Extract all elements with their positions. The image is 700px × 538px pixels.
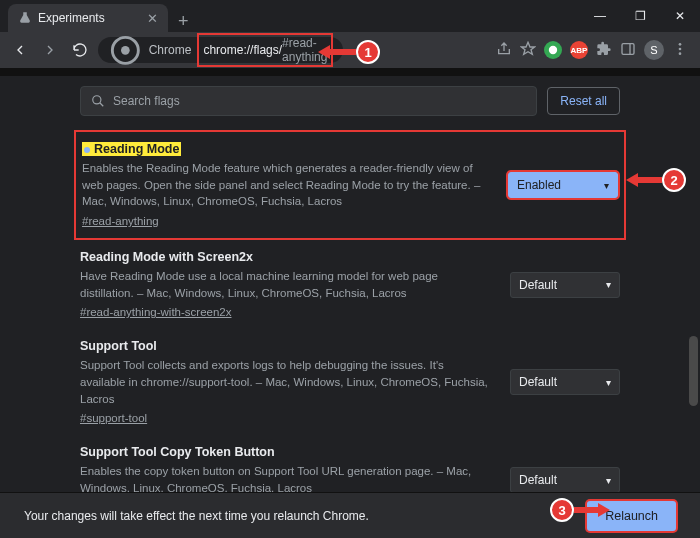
flag-anchor-link[interactable]: #support-tool [80,412,147,424]
tab-title: Experiments [38,11,105,25]
flag-description: Enables the Reading Mode feature which g… [82,160,486,210]
search-placeholder: Search flags [113,94,180,108]
chevron-down-icon: ▾ [606,377,611,388]
chevron-down-icon: ▾ [604,180,609,191]
flag-dropdown-default[interactable]: Default ▾ [510,467,620,493]
svg-point-6 [679,47,682,50]
relaunch-bar: Your changes will take effect the next t… [0,492,700,538]
flag-description: Have Reading Mode use a local machine le… [80,268,488,301]
search-row: Search flags Reset all [0,76,700,126]
flag-dropdown-default[interactable]: Default ▾ [510,272,620,298]
flag-title: Reading Mode [82,142,181,156]
svg-point-5 [679,43,682,46]
side-panel-icon[interactable] [620,41,636,60]
dropdown-value: Default [519,473,557,487]
chrome-icon [108,33,143,68]
close-window-button[interactable]: ✕ [660,0,700,32]
chevron-down-icon: ▾ [606,279,611,290]
flag-anchor-link[interactable]: #read-anything-with-screen2x [80,306,232,318]
profile-avatar[interactable]: S [644,40,664,60]
bookmark-star-icon[interactable] [520,41,536,60]
new-tab-button[interactable]: + [168,11,199,32]
close-tab-icon[interactable]: ✕ [147,11,158,26]
flag-support-tool: Support Tool Support Tool collects and e… [74,329,626,435]
maximize-button[interactable]: ❐ [620,0,660,32]
svg-point-2 [549,46,557,54]
toolbar-divider [0,68,700,76]
scrollbar-thumb[interactable] [689,336,698,406]
forward-button[interactable] [38,38,62,62]
minimize-button[interactable]: — [580,0,620,32]
flask-icon [18,11,32,25]
dropdown-value: Default [519,278,557,292]
browser-tab[interactable]: Experiments ✕ [8,4,168,32]
reload-button[interactable] [68,38,92,62]
extension-abp-icon[interactable]: ABP [570,41,588,59]
flag-dropdown-default[interactable]: Default ▾ [510,369,620,395]
window-controls: — ❐ ✕ [580,0,700,32]
svg-line-9 [100,103,104,107]
chrome-scheme-label: Chrome [149,43,192,57]
flag-title: Support Tool [80,339,488,353]
search-icon [91,94,105,108]
chevron-down-icon: ▾ [606,475,611,486]
flag-anchor-link[interactable]: #read-anything [82,215,159,227]
svg-point-8 [93,96,101,104]
extension-green-icon[interactable] [544,41,562,59]
url-fragment: #read-anything [282,36,327,64]
reset-all-button[interactable]: Reset all [547,87,620,115]
address-bar[interactable]: Chrome chrome://flags/#read-anything [98,37,343,63]
flags-page: Search flags Reset all Reading Mode Enab… [0,76,700,538]
url-highlight-box: chrome://flags/#read-anything [197,33,333,67]
svg-rect-3 [622,43,634,54]
svg-point-1 [121,46,130,55]
flag-title: Reading Mode with Screen2x [80,250,488,264]
svg-point-7 [679,52,682,55]
extensions-puzzle-icon[interactable] [596,41,612,60]
dropdown-value: Default [519,375,557,389]
dropdown-value: Enabled [517,178,561,192]
titlebar: Experiments ✕ + — ❐ ✕ [0,0,700,32]
url-path: chrome://flags/ [203,43,282,57]
relaunch-button[interactable]: Relaunch [587,501,676,531]
flag-dropdown-enabled[interactable]: Enabled ▾ [508,172,618,198]
flags-list: Reading Mode Enables the Reading Mode fe… [0,126,700,525]
flag-reading-mode: Reading Mode Enables the Reading Mode fe… [74,130,626,240]
back-button[interactable] [8,38,32,62]
share-icon[interactable] [496,41,512,60]
flag-reading-mode-screen2x: Reading Mode with Screen2x Have Reading … [74,240,626,329]
kebab-menu-icon[interactable] [672,41,688,60]
relaunch-message: Your changes will take effect the next t… [24,509,369,523]
toolbar-right: ABP S [496,40,692,60]
flag-description: Support Tool collects and exports logs t… [80,357,488,407]
flag-title: Support Tool Copy Token Button [80,445,488,459]
browser-toolbar: Chrome chrome://flags/#read-anything ABP… [0,32,700,68]
search-flags-input[interactable]: Search flags [80,86,537,116]
